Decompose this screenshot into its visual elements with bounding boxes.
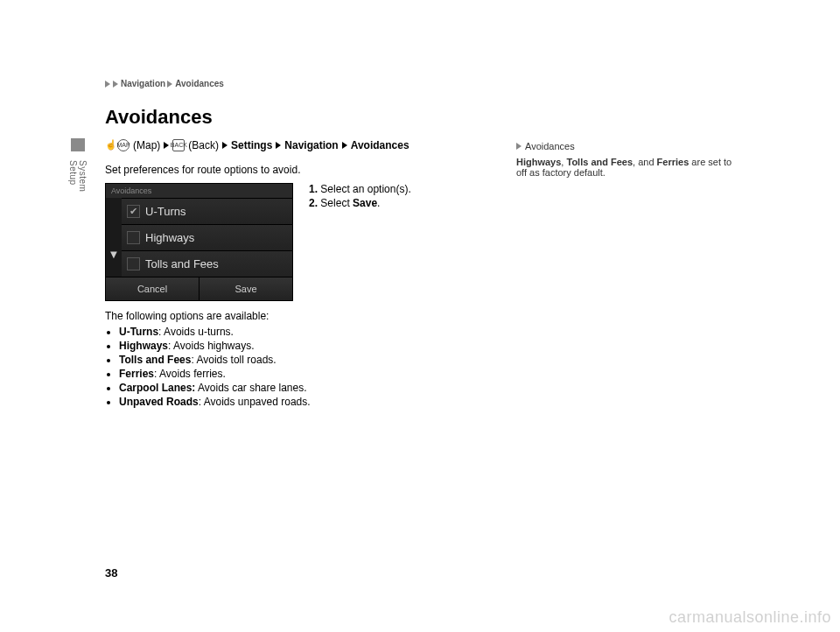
options-intro: The following options are available: — [105, 310, 481, 322]
intro-text: Set preferences for route options to avo… — [105, 164, 481, 176]
breadcrumb-item: Avoidances — [175, 79, 224, 88]
watermark: carmanualsonline.info — [668, 608, 831, 627]
option-carpool: Carpool Lanes: Avoids car share lanes. — [119, 382, 481, 394]
nav-save-button: Save — [200, 277, 292, 300]
back-button-icon: BACK — [172, 139, 185, 151]
finger-icon: ☝ — [105, 139, 114, 151]
path-navigation: Navigation — [284, 139, 338, 151]
back-label: (Back) — [188, 139, 219, 151]
nav-option-list: ✔ U-Turns Highways Tolls and Fees — [122, 198, 292, 277]
chevron-right-icon — [105, 81, 110, 88]
breadcrumb-item: Navigation — [121, 79, 165, 88]
options-list: U-Turns: Avoids u-turns. Highways: Avoid… — [105, 326, 481, 408]
breadcrumb: Navigation Avoidances — [105, 79, 779, 88]
chevron-right-icon — [342, 142, 347, 149]
option-unpaved: Unpaved Roads: Avoids unpaved roads. — [119, 396, 481, 408]
nav-option-label: Tolls and Fees — [145, 257, 219, 270]
sidebar-note-text: Highways, Tolls and Fees, and Ferries ar… — [516, 157, 744, 178]
section-tab-label: System Setup — [68, 160, 88, 217]
option-highways: Highways: Avoids highways. — [119, 340, 481, 352]
nav-cancel-button: Cancel — [106, 277, 200, 300]
sidebar-head: Avoidances — [525, 141, 575, 151]
step-2: 2. Select Save. — [309, 197, 411, 209]
option-uturns: U-Turns: Avoids u-turns. — [119, 326, 481, 338]
checkbox-checked-icon: ✔ — [127, 205, 140, 218]
map-button-icon: MAP — [117, 139, 130, 151]
section-tab: System Setup — [70, 138, 86, 217]
nav-option-label: U-Turns — [145, 205, 186, 218]
section-tab-marker — [71, 138, 85, 151]
page-content: Navigation Avoidances Avoidances ☝ MAP (… — [105, 79, 779, 410]
nav-screen-title: Avoidances — [106, 184, 292, 198]
checkbox-icon — [127, 231, 140, 244]
chevron-right-icon — [167, 81, 172, 88]
path-settings: Settings — [231, 139, 272, 151]
nav-option-tolls: Tolls and Fees — [122, 250, 292, 277]
nav-option-label: Highways — [145, 231, 194, 244]
button-path: ☝ MAP (Map) BACK (Back) Settings Navigat… — [105, 139, 481, 151]
checkbox-icon — [127, 257, 140, 270]
chevron-right-icon — [113, 81, 118, 88]
option-ferries: Ferries: Avoids ferries. — [119, 368, 481, 380]
nav-screenshot: Avoidances ▼ ✔ U-Turns Highways — [105, 183, 293, 301]
map-label: (Map) — [133, 139, 160, 151]
scroll-down-icon: ▼ — [106, 198, 122, 277]
path-avoidances: Avoidances — [351, 139, 410, 151]
chevron-right-icon — [164, 142, 169, 149]
option-tolls: Tolls and Fees: Avoids toll roads. — [119, 354, 481, 366]
page-number: 38 — [105, 566, 117, 579]
nav-option-highways: Highways — [122, 224, 292, 250]
chevron-right-icon — [276, 142, 281, 149]
main-column: ☝ MAP (Map) BACK (Back) Settings Navigat… — [105, 139, 481, 410]
page-title: Avoidances — [105, 106, 779, 129]
note-icon — [516, 143, 522, 150]
step-1: 1. Select an option(s). — [309, 183, 411, 195]
sidebar-note: Avoidances Highways, Tolls and Fees, and… — [516, 141, 744, 178]
nav-option-uturns: ✔ U-Turns — [122, 198, 292, 224]
step-list: 1. Select an option(s). 2. Select Save. — [309, 183, 411, 211]
chevron-right-icon — [222, 142, 228, 149]
